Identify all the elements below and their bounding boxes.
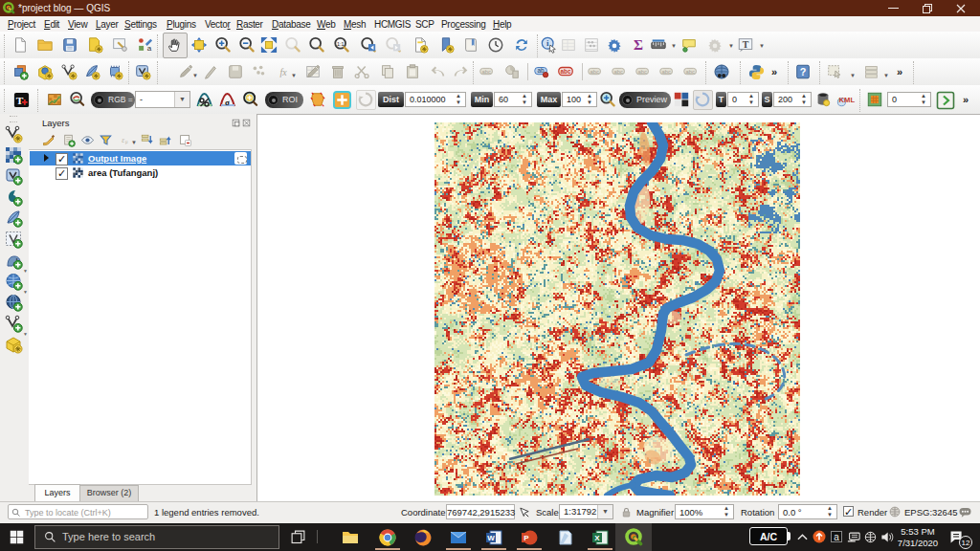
svg-text:μ: μ bbox=[125, 140, 128, 144]
svg-text:abc: abc bbox=[661, 69, 671, 75]
svg-text:Σ: Σ bbox=[634, 36, 643, 53]
svg-text:ε: ε bbox=[122, 136, 124, 144]
svg-text:abc: abc bbox=[481, 69, 491, 75]
svg-text:W: W bbox=[487, 534, 495, 542]
svg-text:abc: abc bbox=[590, 69, 599, 75]
svg-text:T: T bbox=[743, 39, 749, 50]
svg-text:P: P bbox=[523, 534, 529, 542]
svg-text:a: a bbox=[147, 44, 152, 53]
svg-text:abc: abc bbox=[685, 69, 695, 75]
svg-text:fx: fx bbox=[279, 67, 287, 77]
svg-text:?: ? bbox=[800, 66, 807, 77]
svg-text:σ: σ bbox=[225, 98, 230, 107]
svg-text:abc: abc bbox=[561, 68, 571, 75]
svg-text:KML: KML bbox=[839, 96, 856, 104]
svg-text:1:1: 1:1 bbox=[337, 41, 344, 47]
svg-text:abc: abc bbox=[613, 69, 623, 75]
svg-text:X: X bbox=[594, 534, 600, 542]
svg-text:T: T bbox=[16, 95, 24, 106]
svg-text:abc: abc bbox=[637, 69, 647, 75]
